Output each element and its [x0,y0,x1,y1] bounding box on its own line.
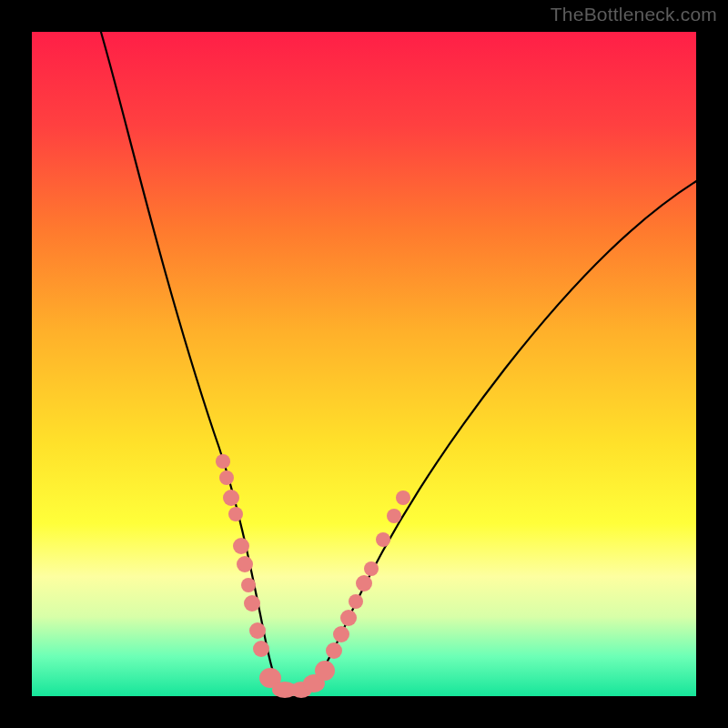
svg-point-0 [216,454,230,469]
svg-point-5 [237,556,253,572]
svg-point-9 [253,641,269,657]
svg-point-18 [349,594,363,609]
watermark-text: TheBottleneck.com [551,4,717,25]
svg-point-23 [396,490,410,505]
svg-point-20 [364,561,379,576]
svg-point-19 [356,575,372,592]
svg-point-4 [233,538,249,554]
svg-point-2 [223,490,239,506]
svg-point-16 [333,626,349,642]
svg-point-1 [219,470,234,485]
chart-frame: TheBottleneck.com [0,0,728,728]
plot-area [32,32,696,696]
svg-point-21 [376,532,390,547]
svg-point-6 [241,578,256,592]
svg-point-17 [340,610,357,626]
svg-point-15 [326,642,342,659]
chart-svg [32,32,696,696]
right-ascent-dots [326,490,410,659]
svg-point-22 [387,509,401,523]
svg-point-3 [228,507,243,521]
svg-point-7 [244,595,260,612]
svg-point-14 [315,661,335,681]
bottleneck-curve [98,23,705,694]
left-descent-dots [216,454,269,657]
svg-point-8 [249,622,266,639]
